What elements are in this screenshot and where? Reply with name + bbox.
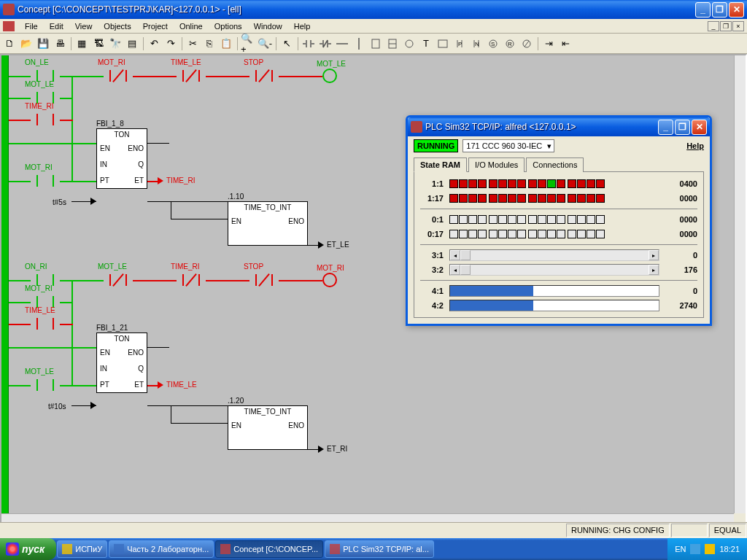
- bit[interactable]: [587, 215, 595, 224]
- bit[interactable]: [449, 230, 458, 238]
- menu-help[interactable]: Help: [288, 20, 317, 32]
- clock[interactable]: 18:21: [719, 545, 740, 553]
- bit[interactable]: [568, 194, 576, 203]
- contact-time-le-2[interactable]: TIME_LE: [31, 316, 60, 331]
- tool-fblock1[interactable]: [435, 36, 451, 52]
- bit[interactable]: [508, 179, 516, 188]
- bit[interactable]: [538, 230, 546, 238]
- plc-titlebar[interactable]: PLC Sim32 TCP/IP: alfred <127.0.0.1> _ ❐…: [408, 117, 710, 136]
- bit[interactable]: [538, 215, 546, 224]
- bit[interactable]: [596, 179, 605, 188]
- menu-online[interactable]: Online: [174, 20, 209, 32]
- tool-contact-n[interactable]: N: [468, 36, 484, 52]
- bit[interactable]: [587, 230, 595, 238]
- bit[interactable]: [517, 194, 526, 203]
- bit[interactable]: [468, 215, 477, 224]
- task-word[interactable]: Часть 2 Лабораторн...: [109, 540, 214, 558]
- bit[interactable]: [557, 215, 565, 224]
- tray-icon-2[interactable]: [705, 544, 715, 554]
- tool-paste[interactable]: 📋: [218, 36, 234, 52]
- bit[interactable]: [449, 179, 458, 188]
- plc-minimize[interactable]: _: [658, 120, 673, 135]
- tool-table[interactable]: ▤: [124, 36, 140, 52]
- bit[interactable]: [528, 194, 537, 203]
- systray[interactable]: EN 18:21: [667, 538, 747, 560]
- contact-time-ri[interactable]: TIME_RI: [31, 112, 60, 127]
- bit[interactable]: [596, 215, 605, 224]
- tray-icon-1[interactable]: [690, 544, 700, 554]
- tool-save[interactable]: 💾: [35, 36, 51, 52]
- task-ispiu[interactable]: ИСПиУ: [57, 540, 107, 558]
- tool-contact-nc[interactable]: [317, 36, 333, 52]
- block-tti-1[interactable]: TIME_TO_INT ENENO: [228, 201, 308, 246]
- bit[interactable]: [596, 194, 605, 203]
- tool-coil-s[interactable]: S: [485, 36, 501, 52]
- bit[interactable]: [547, 179, 556, 188]
- bit[interactable]: [478, 194, 487, 203]
- tool-project2[interactable]: 🏗: [90, 36, 107, 52]
- bit[interactable]: [459, 215, 468, 224]
- close-button[interactable]: ✕: [729, 2, 744, 18]
- bit[interactable]: [459, 230, 468, 238]
- bit[interactable]: [568, 230, 576, 238]
- bit[interactable]: [517, 215, 526, 224]
- contact-time-le-nc[interactable]: TIME_LE: [177, 69, 206, 83]
- bit[interactable]: [489, 194, 498, 203]
- tool-contact-no[interactable]: [301, 36, 317, 52]
- tool-new[interactable]: 🗋: [1, 36, 18, 52]
- tool-print[interactable]: 🖶: [52, 36, 68, 52]
- menu-objects[interactable]: Objects: [98, 20, 136, 32]
- contact-time-ri-nc[interactable]: TIME_RI: [177, 273, 206, 287]
- bit[interactable]: [577, 194, 586, 203]
- coil-mot-le[interactable]: MOT_LE: [322, 69, 337, 83]
- tool-hline[interactable]: [334, 36, 350, 52]
- bit[interactable]: [468, 230, 477, 238]
- mdi-restore[interactable]: ❐: [720, 21, 732, 31]
- bit[interactable]: [557, 179, 565, 188]
- contact-mot-le-nc[interactable]: MOT_LE: [104, 273, 133, 287]
- tool-cut[interactable]: ✂: [185, 36, 201, 52]
- tool-coil[interactable]: [401, 36, 417, 52]
- bit[interactable]: [557, 230, 565, 238]
- tool-block1[interactable]: [368, 36, 384, 52]
- contact-stop-nc-1[interactable]: STOP: [249, 69, 279, 83]
- bit[interactable]: [489, 215, 498, 224]
- menu-project[interactable]: Project: [137, 20, 174, 32]
- bit[interactable]: [596, 230, 605, 238]
- slider-3-2[interactable]: ◂▸: [449, 264, 659, 276]
- bit[interactable]: [568, 215, 576, 224]
- bit[interactable]: [478, 230, 487, 238]
- bit[interactable]: [528, 179, 537, 188]
- bit[interactable]: [508, 230, 516, 238]
- start-button[interactable]: пуск: [0, 538, 56, 560]
- bit[interactable]: [478, 179, 487, 188]
- plc-close[interactable]: ✕: [692, 120, 707, 135]
- bit[interactable]: [557, 194, 565, 203]
- bit[interactable]: [508, 194, 516, 203]
- block-tti-2[interactable]: TIME_TO_INT ENENO: [228, 405, 308, 450]
- bit[interactable]: [498, 194, 507, 203]
- menu-view[interactable]: View: [69, 20, 98, 32]
- lang-indicator[interactable]: EN: [675, 545, 686, 553]
- bit[interactable]: [449, 194, 458, 203]
- tool-undo[interactable]: ↶: [146, 36, 162, 52]
- tool-step-out[interactable]: ⇤: [557, 36, 573, 52]
- bit[interactable]: [517, 230, 526, 238]
- bit[interactable]: [449, 215, 458, 224]
- tool-coil-n[interactable]: [519, 36, 535, 52]
- plc-maximize[interactable]: ❐: [675, 120, 690, 135]
- minimize-button[interactable]: _: [695, 2, 711, 18]
- tool-copy[interactable]: ⎘: [201, 36, 217, 52]
- bit[interactable]: [577, 215, 586, 224]
- plc-help[interactable]: Help: [686, 141, 704, 150]
- bit[interactable]: [538, 194, 546, 203]
- bit[interactable]: [587, 179, 595, 188]
- bit[interactable]: [498, 230, 507, 238]
- bit[interactable]: [577, 230, 586, 238]
- task-plcsim[interactable]: PLC Sim32 TCP/IP: al...: [325, 540, 434, 558]
- tab-state-ram[interactable]: State RAM: [414, 158, 467, 172]
- maximize-button[interactable]: ❐: [712, 2, 727, 18]
- bit[interactable]: [459, 194, 468, 203]
- bit[interactable]: [517, 179, 526, 188]
- bit[interactable]: [459, 179, 468, 188]
